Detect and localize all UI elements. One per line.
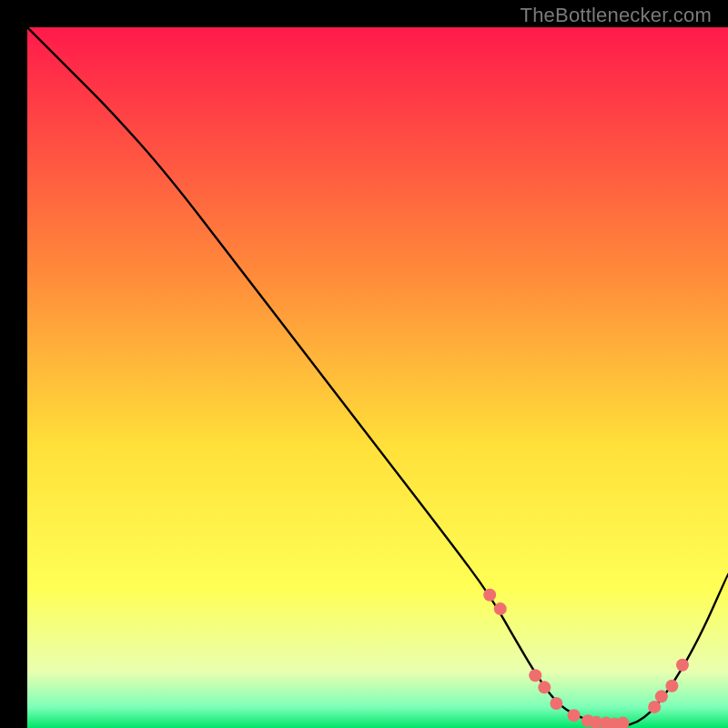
watermark-text: TheBottlenecker.com	[521, 4, 712, 27]
marker-dot	[676, 659, 689, 672]
gradient-background	[27, 27, 728, 728]
marker-dot	[483, 589, 496, 602]
marker-dot	[550, 697, 562, 710]
plot-frame	[14, 14, 714, 714]
marker-dot	[529, 669, 541, 682]
marker-dot	[568, 709, 581, 722]
bottleneck-chart	[27, 27, 728, 728]
marker-dot	[494, 602, 507, 615]
marker-dot	[665, 680, 678, 693]
marker-dot	[538, 681, 551, 693]
marker-dot	[655, 690, 668, 703]
marker-dot	[648, 701, 661, 713]
